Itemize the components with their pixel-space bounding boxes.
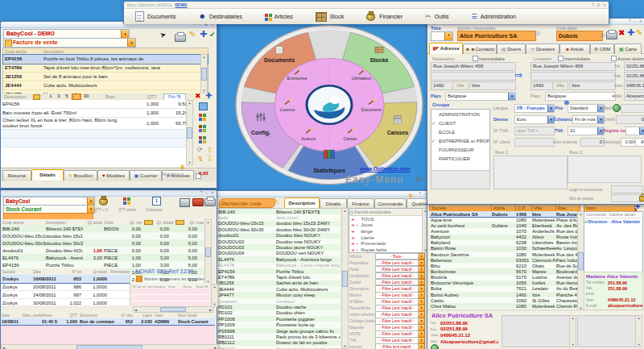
table-row[interactable]: EP4156Puzzle en bois Titifou 8 pièces, l…	[3, 55, 208, 64]
table-row[interactable]: PP1009Poussette loola up	[217, 322, 341, 327]
lien-externe-input[interactable]: 0	[580, 138, 605, 147]
print-icon[interactable]	[606, 31, 617, 39]
column-header[interactable]: Heure	[183, 285, 196, 289]
table-row[interactable]: Casito1060St GillesChaussée d	[429, 297, 577, 303]
table-row[interactable]: ✓CLIENT	[431, 118, 489, 127]
column-header[interactable]: Code article	[1, 220, 46, 225]
wheel-label-documents[interactable]: Documents	[264, 57, 295, 63]
column-header[interactable]: Nom Stock	[175, 314, 213, 318]
tab-brouillon[interactable]: ✎ Brouillon	[64, 170, 97, 181]
table-row[interactable]: Babyland6238LiberchiesBassin Indu	[429, 240, 577, 246]
scrollbar[interactable]: ▲▼	[569, 315, 576, 347]
column-header[interactable]: Description	[43, 49, 64, 54]
table-row[interactable]: PP1008Poussette joggster	[217, 316, 341, 322]
table-row[interactable]: JE4444Cube activ. Multicouleurs	[217, 286, 341, 292]
pays-select-livraison[interactable]: Belgique▾	[545, 92, 616, 101]
table-row[interactable]: Tél contact251.88.96	[584, 280, 642, 285]
column-header[interactable]: Unité	[102, 220, 120, 225]
table-row[interactable]: DOUDOU04DOUDOU vert NOUKY	[217, 251, 341, 256]
table-row[interactable]: doudou01Doudou bleu NOU1,00PIECE0,000,00…	[1, 247, 204, 254]
column-header[interactable]: Qt stock	[83, 220, 102, 225]
table-row[interactable]: ✓ENTREPRISE et PROFESSIO	[431, 136, 489, 145]
table-row[interactable]: Internet- Filtre lent inactif -	[349, 344, 426, 349]
titre-select[interactable]: ▾	[431, 31, 453, 41]
rem2-textarea[interactable]	[568, 156, 642, 183]
table-row[interactable]: Fax251.88.99	[584, 285, 642, 291]
credit-input[interactable]: 0	[616, 115, 644, 124]
tab-courrier[interactable]: ▣ Courrier	[130, 170, 162, 181]
window-controls[interactable]: ? ─ ✕	[629, 19, 643, 24]
table-row[interactable]: ECOLE	[431, 127, 489, 136]
column-header[interactable]: Date_réelle	[23, 314, 42, 318]
delete-icon[interactable]: ✖	[618, 29, 625, 37]
table-row[interactable]: Zoukys30/08/20111.0221,0000	[1, 299, 130, 305]
column-header[interactable]: N° de réf. de l'analyse	[133, 285, 168, 289]
table-row[interactable]: lange	[349, 228, 427, 235]
add-icon[interactable]: ✚	[200, 30, 207, 39]
h-scrollbar[interactable]: ◀▶	[1, 344, 218, 349]
delete-line-icon[interactable]: ✖	[195, 93, 201, 100]
column-header[interactable]: QTT	[58, 314, 77, 318]
devise-select[interactable]: Euro▾	[514, 115, 555, 124]
wheel-label-stocks[interactable]: Stocks	[370, 57, 389, 63]
table-row[interactable]: Buriot Audrey1460IttrePlanche 45	[429, 292, 577, 297]
toolbar-button-destinataires[interactable]: ☻ Destinataires	[198, 11, 242, 23]
table-row[interactable]	[1, 325, 215, 331]
table-row[interactable]: DOUDOU-bleu-15x15doudou bleu 15x150,000,…	[1, 232, 204, 239]
print-icon[interactable]	[204, 198, 216, 206]
ntva-input[interactable]: tapez 'TVA' = ...	[514, 127, 555, 135]
table-row[interactable]	[133, 289, 210, 295]
column-header[interactable]: Heure	[42, 314, 58, 318]
ville-button[interactable]: Ville	[452, 81, 469, 90]
articles-grid-icon[interactable]	[199, 136, 202, 139]
page-size-10-active[interactable]: 10	[72, 93, 81, 100]
ville-input-facturation[interactable]: Ittre	[469, 81, 516, 90]
notes-textarea-2[interactable]	[577, 315, 640, 347]
table-row[interactable]: BIB-240Biberon 240 $TEXT$	[217, 209, 341, 214]
table-row[interactable]: Colisage livraison- Filtre Lent Inactif …	[349, 318, 426, 324]
table-row[interactable]: ET4789Tapis d'éveil lulu rose-brun 80cm*…	[3, 64, 208, 73]
tab-adresse[interactable]: ▮◤ Adresse	[429, 43, 463, 54]
register-icon[interactable]	[180, 198, 190, 207]
page-size-30[interactable]: 30	[82, 93, 90, 98]
column-header[interactable]: Péremption	[107, 270, 133, 274]
intermediaire-checkbox[interactable]	[558, 56, 564, 61]
wheel-label-caisses[interactable]: Caisses	[387, 130, 409, 135]
tab-modeles[interactable]: ♥ Modèles	[97, 170, 130, 181]
cp-input-livraison[interactable]: 1460	[530, 81, 555, 90]
h-scrollbar[interactable]: ◀▶	[133, 306, 213, 313]
refresh-icon[interactable]: ⟳	[197, 147, 203, 153]
table-row[interactable]	[1, 139, 186, 147]
table-row[interactable]: RB2113Doseur de lait en poudre beige	[217, 346, 341, 349]
wheel-close-icon[interactable]: ⌧	[416, 177, 423, 183]
table-row[interactable]: +Jouet	[349, 222, 427, 229]
column-header[interactable]: N° lot	[62, 270, 81, 274]
edit-pencil-icon[interactable]: ✎	[189, 31, 196, 39]
dropdown-button[interactable]: ▾	[444, 32, 452, 40]
wheel-label-entreprise[interactable]: Entreprise	[287, 76, 307, 81]
table-row[interactable]: Gsm0486/45.21.12	[429, 332, 498, 339]
street-input-livraison[interactable]: Rue Joseph Wilem 458	[530, 62, 616, 71]
table-row[interactable]: DOUDOU03Doudou jaune NOUKY	[217, 244, 341, 250]
table-row[interactable]: TOUS	[349, 216, 427, 222]
table-row[interactable]: ADMINISTRATION	[431, 110, 489, 118]
table-row[interactable]: EL4476Babycook - Aventu3,00PIECE1,003,00…	[1, 254, 204, 261]
tab-article[interactable]: ■ Article	[559, 44, 590, 54]
articles-history-icon[interactable]	[199, 125, 202, 128]
table-row[interactable]	[1, 130, 186, 139]
table-row[interactable]: JP4477Mouton cosy sleep	[217, 292, 341, 297]
mot-de-passe-input[interactable]	[611, 194, 643, 202]
echeance-select[interactable]: Fin de mois▾	[572, 115, 605, 124]
table-row[interactable]: N°/Boîte- Filtre Lent Inactif -	[349, 298, 426, 305]
table-row[interactable]: privé	[584, 291, 642, 297]
ville-button[interactable]: Ville	[552, 81, 568, 90]
table-row[interactable]: Matière- Filtre Lent Inactif -	[349, 292, 426, 298]
dropdown-button[interactable]: ▾	[87, 206, 94, 213]
table-row[interactable]: JB1256Set de 8 animaux pour le bain	[3, 73, 208, 81]
notes-textarea-1[interactable]	[502, 315, 574, 347]
window-controls[interactable]: ? ⇵ ✕	[592, 2, 607, 8]
table-row[interactable]: Aqua-kiné1080MolenbeekPlace d'Aug	[429, 217, 577, 222]
wheel-label-licence[interactable]: Licence	[280, 107, 295, 112]
validate-check-icon[interactable]: ✔	[209, 31, 216, 39]
toolbar-button-stock[interactable]: Stock	[316, 11, 345, 23]
